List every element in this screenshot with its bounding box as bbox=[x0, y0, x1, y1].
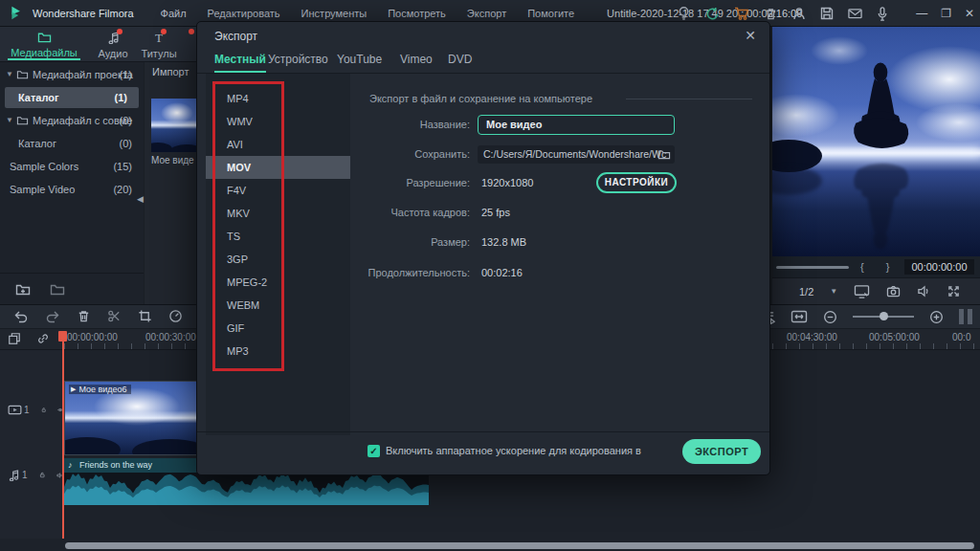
lock-icon[interactable] bbox=[41, 404, 47, 416]
close-button[interactable]: ✕ bbox=[965, 7, 974, 20]
speed-gauge-icon[interactable] bbox=[168, 309, 183, 323]
browse-folder-icon[interactable] bbox=[657, 148, 671, 160]
tree-item-sample-colors[interactable]: Sample Colors (15) bbox=[0, 156, 144, 177]
menu-export[interactable]: Экспорт bbox=[467, 8, 506, 19]
tree-item-sample-video[interactable]: Sample Video (20) bbox=[0, 179, 144, 200]
tree-item-project-media[interactable]: ▼ Медиафайл проекта (1) bbox=[0, 64, 144, 85]
link-icon[interactable] bbox=[36, 332, 50, 345]
refresh-icon[interactable] bbox=[705, 7, 720, 21]
hardware-accel-label: Включить аппаратное ускорение для кодиро… bbox=[386, 445, 641, 456]
minimize-button[interactable]: — bbox=[916, 7, 927, 20]
size-label: Размер: bbox=[259, 236, 470, 248]
chevron-down-icon[interactable]: ▼ bbox=[830, 287, 837, 296]
audio-notification-dot bbox=[117, 29, 122, 34]
tree-item-shared-media[interactable]: ▼ Медиафайл с совме (0) bbox=[0, 110, 144, 131]
folder-icon bbox=[16, 69, 29, 79]
video-track-icon bbox=[8, 405, 22, 415]
save-path-value: C:/Users/Я/Documents/Wondershare/Wc bbox=[483, 148, 666, 160]
expand-triangle-icon[interactable]: ▼ bbox=[6, 64, 13, 85]
mark-in-out-brackets[interactable]: { } bbox=[860, 261, 899, 273]
play-icon: ▶ bbox=[71, 386, 76, 393]
export-tab-device[interactable]: Устройство bbox=[268, 53, 328, 66]
audio-track-icon bbox=[8, 469, 20, 481]
maximize-button[interactable]: ❐ bbox=[941, 7, 951, 20]
mail-icon[interactable] bbox=[848, 8, 862, 19]
delete-icon[interactable] bbox=[77, 309, 91, 323]
titles-notification-dot bbox=[161, 29, 167, 34]
tree-item-catalog-selected[interactable]: Каталог (1) bbox=[5, 87, 139, 108]
menu-view[interactable]: Посмотреть bbox=[388, 8, 446, 19]
page-indicator[interactable]: 1/2 bbox=[799, 286, 813, 298]
duration-value: 00:02:16 bbox=[481, 267, 523, 278]
menu-edit[interactable]: Редактировать bbox=[208, 8, 280, 19]
store-cart-icon[interactable] bbox=[734, 7, 749, 20]
track-divider-bars-icon bbox=[959, 309, 972, 324]
redo-icon[interactable] bbox=[45, 309, 60, 324]
snapshot-camera-icon[interactable] bbox=[886, 285, 901, 298]
dialog-title: Экспорт bbox=[214, 30, 257, 43]
account-icon[interactable] bbox=[792, 7, 806, 20]
audio-clip-name: Friends on the way bbox=[79, 460, 152, 470]
settings-button[interactable]: НАСТРОЙКИ bbox=[596, 172, 677, 193]
menu-file[interactable]: Файл bbox=[161, 8, 187, 19]
app-brand: Wondershare Filmora bbox=[33, 8, 134, 19]
undo-icon[interactable] bbox=[13, 309, 29, 324]
audio-track-header: 1 bbox=[0, 469, 63, 481]
save-path-field[interactable]: C:/Users/Я/Documents/Wondershare/Wc bbox=[478, 145, 675, 164]
tab-titles-label: Титулы bbox=[136, 48, 182, 59]
ruler-label: 00:05:00:00 bbox=[869, 332, 920, 342]
split-scissors-icon[interactable] bbox=[107, 309, 122, 323]
crop-icon[interactable] bbox=[138, 309, 152, 323]
zoom-slider[interactable] bbox=[853, 316, 914, 318]
section-header-line bbox=[626, 99, 752, 99]
tree-item-catalog-2[interactable]: Каталог (0) bbox=[0, 133, 144, 154]
export-button[interactable]: ЭКСПОРТ bbox=[682, 439, 761, 464]
media-thumbnail[interactable] bbox=[151, 99, 196, 152]
export-tab-youtube[interactable]: YouTube bbox=[337, 53, 382, 66]
fullscreen-expand-icon[interactable] bbox=[947, 285, 960, 298]
export-name-input[interactable]: Мое видео bbox=[478, 115, 675, 135]
save-icon[interactable] bbox=[820, 7, 834, 20]
folder-icon[interactable] bbox=[50, 282, 65, 296]
transitions-notification-dot bbox=[189, 29, 194, 34]
person-silhouette bbox=[839, 61, 922, 163]
zoom-slider-knob[interactable] bbox=[880, 312, 888, 320]
lock-icon[interactable] bbox=[39, 469, 45, 481]
playhead-line[interactable] bbox=[62, 335, 64, 539]
export-tab-local[interactable]: Местный bbox=[214, 53, 266, 73]
copy-stack-icon[interactable] bbox=[8, 332, 21, 345]
export-tab-dvd[interactable]: DVD bbox=[448, 53, 472, 66]
tab-titles[interactable]: T Титулы bbox=[136, 31, 182, 59]
playhead-handle[interactable] bbox=[58, 331, 67, 342]
export-tab-vimeo[interactable]: Vimeo bbox=[400, 53, 433, 66]
new-folder-icon[interactable] bbox=[15, 282, 31, 296]
preview-controls: 1/2 ▼ bbox=[772, 277, 980, 304]
dialog-close-button[interactable]: ✕ bbox=[745, 28, 756, 43]
resolution-label: Разрешение: bbox=[259, 177, 470, 188]
music-note-icon: ♪ bbox=[68, 460, 73, 470]
zoom-in-icon[interactable] bbox=[929, 310, 944, 324]
panel-collapse-arrow[interactable]: ◀ bbox=[137, 194, 144, 204]
tips-lamp-icon[interactable] bbox=[677, 6, 691, 21]
external-display-icon[interactable] bbox=[854, 284, 870, 298]
video-clip-label-bar: ▶ Мое видео6 bbox=[69, 385, 131, 394]
audio-waveform[interactable] bbox=[64, 473, 429, 505]
trash-icon[interactable] bbox=[764, 7, 778, 21]
mic-record-icon[interactable] bbox=[877, 7, 888, 21]
tab-media[interactable]: Медиафайлы bbox=[8, 31, 80, 58]
export-section-header: Экспорт в файл и сохранение на компьютер… bbox=[369, 93, 592, 104]
menu-tools[interactable]: Инструменты bbox=[301, 8, 368, 19]
zoom-fit-icon[interactable] bbox=[791, 310, 808, 323]
import-button[interactable]: Импорт bbox=[152, 66, 189, 77]
zoom-out-icon[interactable] bbox=[823, 310, 837, 324]
horizontal-scrollbar[interactable] bbox=[65, 542, 974, 549]
tab-audio[interactable]: Аудио bbox=[88, 31, 138, 59]
expand-triangle-icon[interactable]: ▼ bbox=[6, 110, 13, 131]
seek-bar[interactable] bbox=[776, 266, 849, 269]
video-track-header: 1 bbox=[0, 404, 63, 416]
media-thumbnail-label: Мое виде bbox=[151, 155, 194, 165]
menu-help[interactable]: Помогите bbox=[527, 8, 574, 19]
preview-player[interactable] bbox=[772, 27, 980, 256]
speaker-icon[interactable] bbox=[917, 285, 931, 298]
hardware-accel-checkbox[interactable]: ✓ bbox=[368, 445, 380, 457]
